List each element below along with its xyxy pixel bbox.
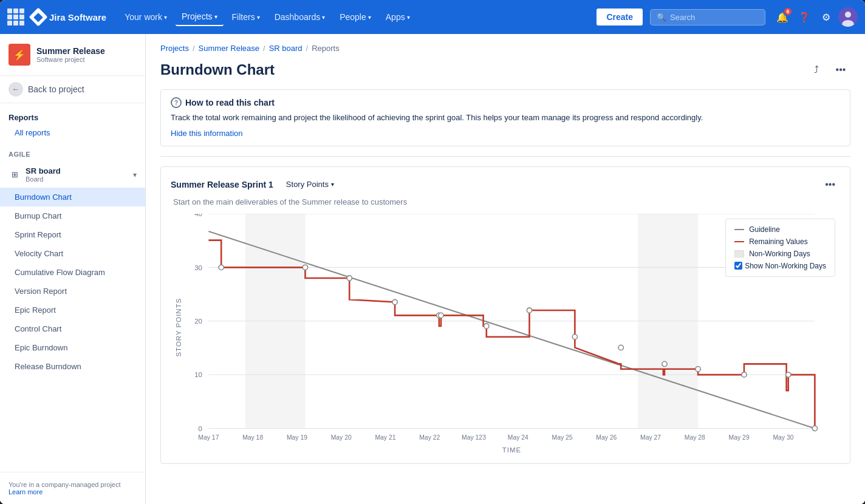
svg-point-23 — [439, 313, 443, 318]
sidebar-item-epic[interactable]: Epic Report — [0, 301, 145, 319]
show-nonworking-checkbox[interactable]: Show Non-Working Days — [734, 262, 826, 270]
nav-dashboards[interactable]: Dashboards▾ — [268, 9, 332, 26]
svg-text:May 29: May 29 — [729, 434, 750, 441]
nav-filters[interactable]: Filters▾ — [226, 9, 266, 26]
sidebar-item-burndown[interactable]: Burndown Chart — [0, 188, 145, 206]
help-button[interactable]: ❓ — [795, 7, 814, 27]
sidebar-item-cfd[interactable]: Cumulative Flow Diagram — [0, 263, 145, 282]
info-icon: ? — [171, 97, 182, 108]
grid-icon[interactable] — [7, 9, 24, 26]
logo[interactable]: Jira Software — [32, 10, 106, 24]
breadcrumb-sr-board[interactable]: SR board — [269, 44, 303, 53]
chevron-down-icon: ▾ — [164, 14, 167, 21]
svg-text:STORY POINTS: STORY POINTS — [175, 298, 182, 356]
sidebar: ⚡ Summer Release Software project ← Back… — [0, 34, 146, 504]
agile-section-label: AGILE — [0, 141, 145, 162]
svg-text:10: 10 — [194, 371, 202, 378]
sidebar-item-version[interactable]: Version Report — [0, 282, 145, 301]
info-box: ? How to read this chart Track the total… — [160, 89, 850, 146]
sidebar-item-control[interactable]: Control Chart — [0, 319, 145, 338]
board-item[interactable]: ⊞ SR board Board ▾ — [0, 162, 145, 188]
svg-point-1 — [845, 12, 851, 18]
sidebar-item-velocity[interactable]: Velocity Chart — [0, 244, 145, 263]
chart-legend: Guideline Remaining Values Non-Working D… — [725, 219, 835, 277]
svg-point-32 — [812, 426, 817, 431]
chevron-down-icon: ▾ — [133, 171, 137, 179]
breadcrumb-sep: / — [193, 44, 195, 53]
nonworking-checkbox[interactable] — [734, 262, 742, 270]
all-reports-link[interactable]: All reports — [0, 124, 145, 141]
nav-people[interactable]: People▾ — [333, 9, 377, 26]
svg-point-18 — [219, 265, 224, 270]
back-icon: ← — [9, 82, 23, 97]
chart-svg-wrapper: 0 10 20 30 40 STORY POINTS — [171, 214, 840, 454]
sidebar-footer: You're in a company-managed project Lear… — [0, 472, 145, 504]
svg-text:May 17: May 17 — [198, 434, 219, 441]
svg-text:May 21: May 21 — [375, 434, 395, 441]
metric-dropdown[interactable]: Story Points ▾ — [281, 177, 340, 192]
sidebar-item-burnup[interactable]: Burnup Chart — [0, 206, 145, 225]
avatar[interactable] — [838, 7, 858, 27]
chevron-down-icon: ▾ — [257, 14, 260, 21]
chevron-down-icon: ▾ — [407, 14, 410, 21]
share-button[interactable]: ⤴ — [807, 60, 826, 80]
board-name: SR board — [26, 166, 61, 175]
sprint-name: Summer Release Sprint 1 — [171, 180, 273, 189]
project-type: Software project — [36, 56, 105, 63]
info-title: How to read this chart — [185, 98, 275, 107]
breadcrumb-sep: / — [306, 44, 309, 53]
svg-text:30: 30 — [194, 264, 202, 271]
svg-text:May 24: May 24 — [508, 434, 528, 441]
svg-text:May 19: May 19 — [287, 434, 307, 441]
settings-button[interactable]: ⚙ — [816, 7, 836, 27]
more-options-button[interactable]: ••• — [831, 60, 850, 80]
sidebar-item-epic-burndown[interactable]: Epic Burndown — [0, 338, 145, 357]
hide-info-link[interactable]: Hide this information — [171, 129, 243, 138]
create-button[interactable]: Create — [597, 9, 643, 26]
chevron-down-icon: ▾ — [331, 181, 334, 188]
topnav: Jira Software Your work▾ Projects▾ Filte… — [0, 0, 865, 34]
svg-text:0: 0 — [199, 424, 202, 432]
reports-section-label: Reports — [0, 103, 145, 124]
nav-apps[interactable]: Apps▾ — [380, 9, 416, 26]
learn-more-link[interactable]: Learn more — [9, 488, 43, 495]
svg-text:May 30: May 30 — [773, 434, 793, 441]
sidebar-item-release-burndown[interactable]: Release Burndown — [0, 357, 145, 376]
svg-point-28 — [662, 361, 667, 366]
svg-text:May 25: May 25 — [552, 434, 573, 441]
svg-point-30 — [742, 372, 747, 376]
app-name: Jira Software — [49, 12, 106, 22]
chart-description: Start on the main deliverables of the Su… — [171, 197, 840, 206]
svg-point-26 — [572, 334, 577, 339]
nav-your-work[interactable]: Your work▾ — [118, 9, 173, 26]
search-placeholder: Search — [670, 13, 695, 22]
svg-point-31 — [786, 372, 791, 376]
svg-text:May 18: May 18 — [242, 434, 263, 441]
nav-projects[interactable]: Projects▾ — [176, 8, 224, 26]
breadcrumb-summer-release[interactable]: Summer Release — [199, 44, 259, 53]
legend-guideline: Guideline — [734, 225, 826, 234]
chevron-down-icon: ▾ — [368, 14, 371, 21]
svg-point-21 — [392, 299, 397, 304]
svg-text:May 28: May 28 — [685, 434, 705, 441]
back-to-project[interactable]: ← Back to project — [0, 76, 145, 103]
svg-text:May 123: May 123 — [462, 434, 486, 441]
search-box[interactable]: 🔍 Search — [650, 9, 765, 26]
notifications-button[interactable]: 🔔 6 — [773, 7, 792, 27]
svg-text:May 26: May 26 — [596, 434, 617, 441]
svg-point-24 — [484, 323, 489, 328]
search-icon: 🔍 — [657, 13, 666, 22]
svg-text:20: 20 — [194, 317, 202, 324]
content: Projects / Summer Release / SR board / R… — [146, 34, 865, 504]
svg-point-29 — [696, 366, 700, 371]
chart-more-options[interactable]: ••• — [820, 177, 840, 192]
svg-text:May 27: May 27 — [640, 434, 661, 441]
svg-text:May 22: May 22 — [419, 434, 440, 441]
breadcrumb-reports: Reports — [312, 44, 340, 53]
project-icon: ⚡ — [9, 44, 30, 66]
chart-container: Summer Release Sprint 1 Story Points ▾ •… — [160, 166, 850, 464]
svg-text:40: 40 — [194, 214, 202, 217]
sidebar-item-sprint[interactable]: Sprint Report — [0, 225, 145, 244]
project-name: Summer Release — [36, 46, 105, 56]
breadcrumb-projects[interactable]: Projects — [160, 44, 189, 53]
